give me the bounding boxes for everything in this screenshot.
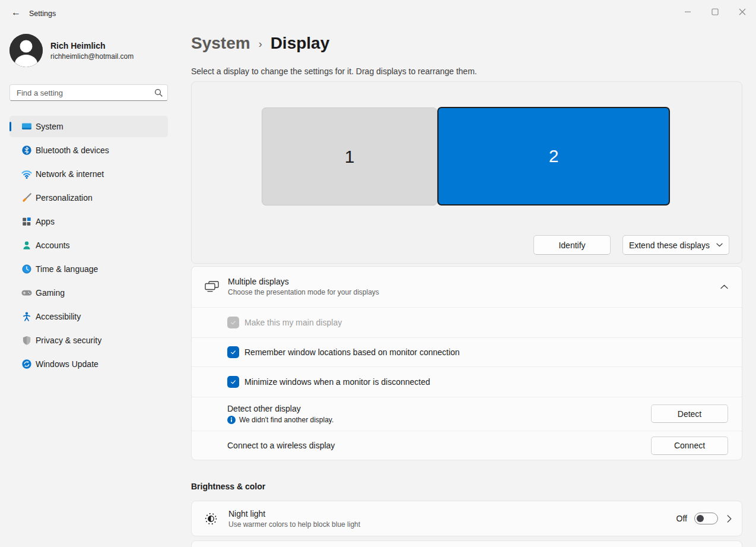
sidebar-item-label: Accessibility xyxy=(36,312,81,321)
wireless-display-row: Connect to a wireless display Connect xyxy=(192,431,742,460)
sidebar-item-label: Accounts xyxy=(36,241,70,250)
sidebar-item-network-internet[interactable]: Network & internet xyxy=(9,163,168,185)
night-light-row[interactable]: Night light Use warmer colors to help bl… xyxy=(191,501,742,536)
monitor-1[interactable]: 1 xyxy=(262,107,437,205)
minimize-icon xyxy=(684,8,691,15)
sidebar-item-label: Personalization xyxy=(36,193,93,203)
minimize-windows-checkbox[interactable] xyxy=(227,376,239,388)
search-box xyxy=(9,84,168,101)
sidebar-item-time-language[interactable]: Time & language xyxy=(9,258,168,280)
accounts-icon xyxy=(20,239,33,251)
wireless-display-title: Connect to a wireless display xyxy=(227,441,335,450)
main-display-checkbox xyxy=(227,317,239,328)
system-icon xyxy=(20,121,33,132)
detect-button[interactable]: Detect xyxy=(651,404,728,423)
remember-locations-checkbox-row: Remember window locations based on monit… xyxy=(192,337,742,366)
network-icon xyxy=(20,168,33,180)
minimize-windows-checkbox-label: Minimize windows when a monitor is disco… xyxy=(244,377,430,387)
chevron-down-icon xyxy=(716,243,723,247)
breadcrumb-separator-icon: › xyxy=(259,38,262,50)
identify-button[interactable]: Identify xyxy=(533,235,611,255)
display-mode-value: Extend these displays xyxy=(629,241,710,250)
bluetooth-icon xyxy=(20,144,33,156)
info-icon xyxy=(227,416,236,424)
night-light-icon xyxy=(204,512,218,526)
chevron-right-icon xyxy=(727,515,732,523)
connect-button[interactable]: Connect xyxy=(651,437,728,455)
remember-locations-checkbox-label: Remember window locations based on monit… xyxy=(244,347,460,357)
time-language-icon xyxy=(20,263,33,275)
identify-button-label: Identify xyxy=(558,241,585,250)
detect-display-row: Detect other display We didn't find anot… xyxy=(192,397,742,431)
multiple-displays-subtitle: Choose the presentation mode for your di… xyxy=(228,288,379,296)
apps-icon xyxy=(20,216,33,227)
avatar xyxy=(9,34,43,67)
detect-display-title: Detect other display xyxy=(227,404,333,413)
display-mode-dropdown[interactable]: Extend these displays xyxy=(622,235,729,255)
sidebar-item-bluetooth-devices[interactable]: Bluetooth & devices xyxy=(9,140,168,161)
gaming-icon xyxy=(20,287,33,299)
main-display-checkbox-row: Make this my main display xyxy=(192,307,742,338)
remember-locations-checkbox[interactable] xyxy=(227,346,239,358)
sidebar: Rich Heimlich richheimlich@hotmail.com S… xyxy=(0,24,178,547)
page-description: Select a display to change the settings … xyxy=(191,67,477,76)
breadcrumb: System › Display xyxy=(191,34,329,53)
sidebar-item-label: Bluetooth & devices xyxy=(36,146,109,155)
back-button[interactable]: ← xyxy=(6,5,26,20)
user-email: richheimlich@hotmail.com xyxy=(50,52,134,61)
sidebar-item-gaming[interactable]: Gaming xyxy=(9,282,168,303)
check-icon xyxy=(230,349,237,356)
check-icon xyxy=(230,319,237,326)
page-title: Display xyxy=(271,34,330,53)
sidebar-item-label: Apps xyxy=(36,217,55,226)
sidebar-item-personalization[interactable]: Personalization xyxy=(9,187,168,208)
monitor-1-number: 1 xyxy=(345,147,355,167)
sidebar-item-apps[interactable]: Apps xyxy=(9,211,168,232)
monitor-2-number: 2 xyxy=(549,146,559,166)
account-profile[interactable]: Rich Heimlich richheimlich@hotmail.com xyxy=(9,34,134,67)
app-title: Settings xyxy=(29,10,56,18)
multiple-displays-icon xyxy=(204,280,220,293)
minimize-windows-checkbox-row: Minimize windows when a monitor is disco… xyxy=(192,366,742,397)
connect-button-label: Connect xyxy=(674,441,705,450)
monitor-2[interactable]: 2 xyxy=(437,107,670,205)
search-input[interactable] xyxy=(9,84,168,101)
night-light-toggle[interactable] xyxy=(694,513,718,524)
user-name: Rich Heimlich xyxy=(50,41,134,50)
brightness-color-header: Brightness & color xyxy=(191,482,265,491)
personalization-icon xyxy=(20,192,33,204)
sidebar-item-accounts[interactable]: Accounts xyxy=(9,235,168,256)
detect-display-status: We didn't find another display. xyxy=(239,416,333,424)
sidebar-item-label: System xyxy=(36,122,63,131)
accessibility-icon xyxy=(20,311,33,322)
window-controls xyxy=(674,0,756,24)
sidebar-item-label: Privacy & security xyxy=(36,336,101,345)
sidebar-item-privacy-security[interactable]: Privacy & security xyxy=(9,330,168,351)
close-button[interactable] xyxy=(729,0,756,24)
maximize-button[interactable] xyxy=(701,0,729,24)
multiple-displays-header[interactable]: Multiple displays Choose the presentatio… xyxy=(192,267,742,307)
maximize-icon xyxy=(711,8,719,15)
sidebar-item-label: Network & internet xyxy=(36,169,104,179)
toggle-knob xyxy=(697,515,704,522)
chevron-up-icon[interactable] xyxy=(720,284,728,289)
sidebar-nav: System Bluetooth & devices Network & int… xyxy=(9,116,168,375)
breadcrumb-parent[interactable]: System xyxy=(191,34,250,53)
check-icon xyxy=(230,378,237,385)
back-arrow-icon: ← xyxy=(11,7,21,18)
detect-button-label: Detect xyxy=(678,409,701,419)
main-display-checkbox-label: Make this my main display xyxy=(244,318,342,327)
titlebar: ← Settings xyxy=(0,0,756,24)
sidebar-item-windows-update[interactable]: Windows Update xyxy=(9,353,168,375)
night-light-state: Off xyxy=(676,514,687,523)
sidebar-item-accessibility[interactable]: Accessibility xyxy=(9,306,168,327)
minimize-button[interactable] xyxy=(674,0,701,24)
night-light-title: Night light xyxy=(228,509,360,518)
sidebar-item-label: Gaming xyxy=(36,288,65,298)
sidebar-item-label: Windows Update xyxy=(36,359,99,369)
sidebar-item-system[interactable]: System xyxy=(9,116,168,137)
privacy-icon xyxy=(20,334,33,346)
windows-update-icon xyxy=(20,358,33,370)
multiple-displays-card: Multiple displays Choose the presentatio… xyxy=(191,266,742,460)
night-light-subtitle: Use warmer colors to help block blue lig… xyxy=(228,520,360,529)
